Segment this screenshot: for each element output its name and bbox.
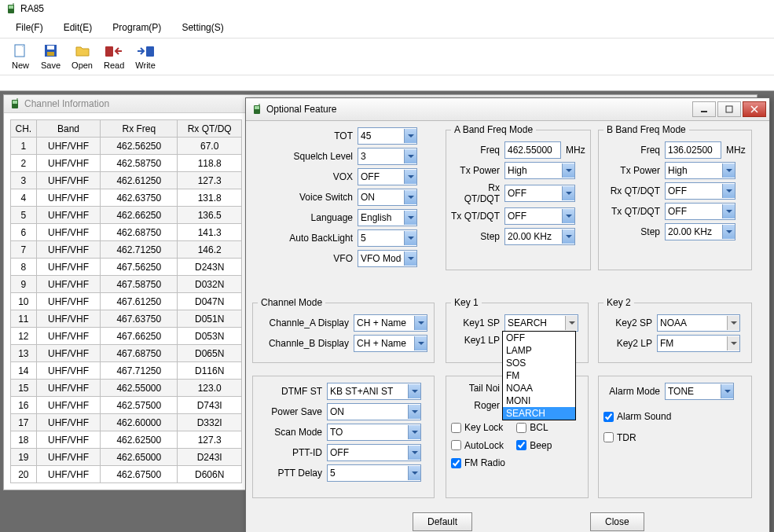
cell[interactable]: 467.56250 <box>101 259 178 276</box>
table-row[interactable]: 13UHF/VHF467.68750D065N <box>11 345 242 362</box>
col-band[interactable]: Band <box>36 120 101 138</box>
cell[interactable]: 15 <box>11 380 37 397</box>
cell[interactable]: D053N <box>178 328 242 345</box>
cell[interactable]: 2 <box>11 155 37 172</box>
cell[interactable]: UHF/VHF <box>36 241 101 259</box>
new-button[interactable]: New <box>6 42 35 72</box>
key1-sp-dropdown-list[interactable]: OFFLAMPSOSFMNOAAMONISEARCH <box>502 331 576 420</box>
a-freq-input[interactable] <box>504 141 561 159</box>
table-row[interactable]: 20UHF/VHF462.67500D606N <box>11 466 242 483</box>
cell[interactable]: 462.56250 <box>101 138 178 155</box>
cell[interactable]: D047N <box>178 293 242 310</box>
cell[interactable]: 5 <box>11 207 37 224</box>
cell[interactable]: UHF/VHF <box>36 293 101 310</box>
cell[interactable]: 9 <box>11 276 37 293</box>
table-row[interactable]: 3UHF/VHF462.61250127.3 <box>11 172 242 189</box>
cell[interactable]: 462.61250 <box>101 172 178 189</box>
close-window-button[interactable] <box>743 101 766 117</box>
tot-combo[interactable]: 45 <box>358 127 417 145</box>
cell[interactable]: 17 <box>11 414 37 431</box>
open-button[interactable]: Open <box>67 42 97 72</box>
cell[interactable]: 467.71250 <box>101 362 178 380</box>
cell[interactable]: 4 <box>11 189 37 207</box>
minimize-button[interactable] <box>692 101 716 117</box>
dropdown-option[interactable]: SEARCH <box>503 407 575 420</box>
dropdown-option[interactable]: LAMP <box>503 344 575 357</box>
cell[interactable]: 462.62500 <box>101 431 178 449</box>
cell[interactable]: 12 <box>11 328 37 345</box>
cell[interactable]: UHF/VHF <box>36 172 101 189</box>
cell[interactable]: 6 <box>11 224 37 241</box>
cell[interactable]: 18 <box>11 431 37 449</box>
table-row[interactable]: 18UHF/VHF462.62500127.3 <box>11 431 242 449</box>
cell[interactable]: 462.58750 <box>101 155 178 172</box>
cell[interactable]: 462.68750 <box>101 224 178 241</box>
cell[interactable]: D332I <box>178 414 242 431</box>
cell[interactable]: 123.0 <box>178 380 242 397</box>
write-button[interactable]: Write <box>130 42 160 72</box>
b-step-combo[interactable]: 20.00 KHz <box>665 223 735 240</box>
cell[interactable]: UHF/VHF <box>36 431 101 449</box>
table-row[interactable]: 11UHF/VHF467.63750D051N <box>11 310 242 328</box>
cell[interactable]: D032N <box>178 276 242 293</box>
autolock-checkbox[interactable]: AutoLock <box>451 440 514 451</box>
dropdown-option[interactable]: SOS <box>503 357 575 369</box>
key2-sp-combo[interactable]: NOAA <box>657 314 740 332</box>
table-row[interactable]: 5UHF/VHF462.66250136.5 <box>11 207 242 224</box>
cell[interactable]: UHF/VHF <box>36 138 101 155</box>
cell[interactable]: UHF/VHF <box>36 345 101 362</box>
cell[interactable]: UHF/VHF <box>36 414 101 431</box>
menu-setting[interactable]: Setting(S) <box>172 19 233 36</box>
cell[interactable]: 462.60000 <box>101 414 178 431</box>
b-txqt-combo[interactable]: OFF <box>665 203 735 220</box>
backlight-combo[interactable]: 5 <box>358 229 417 247</box>
power-save-combo[interactable]: ON <box>327 403 421 420</box>
cell[interactable]: D243N <box>178 259 242 276</box>
a-step-combo[interactable]: 20.00 KHz <box>504 228 575 245</box>
cell[interactable]: 141.3 <box>178 224 242 241</box>
ptt-delay-combo[interactable]: 5 <box>327 464 421 482</box>
cell[interactable]: 118.8 <box>178 155 242 172</box>
key1-sp-combo[interactable]: SEARCH <box>504 314 578 332</box>
cell[interactable]: 11 <box>11 310 37 328</box>
cell[interactable]: 467.58750 <box>101 276 178 293</box>
close-button[interactable]: Close <box>590 512 644 531</box>
cell[interactable]: 7 <box>11 241 37 259</box>
table-row[interactable]: 6UHF/VHF462.68750141.3 <box>11 224 242 241</box>
bcl-checkbox[interactable]: BCL <box>516 422 548 433</box>
cell[interactable]: D606N <box>178 466 242 483</box>
cell[interactable]: UHF/VHF <box>36 155 101 172</box>
cell[interactable]: UHF/VHF <box>36 362 101 380</box>
table-row[interactable]: 19UHF/VHF462.65000D243I <box>11 449 242 466</box>
dialog-titlebar[interactable]: Optional Feature <box>246 98 769 121</box>
language-combo[interactable]: English <box>358 209 417 226</box>
cell[interactable]: UHF/VHF <box>36 224 101 241</box>
col-rxqt[interactable]: Rx QT/DQ <box>178 120 242 138</box>
default-button[interactable]: Default <box>413 512 472 531</box>
table-row[interactable]: 12UHF/VHF467.66250D053N <box>11 328 242 345</box>
cell[interactable]: 467.68750 <box>101 345 178 362</box>
cell[interactable]: 467.66250 <box>101 328 178 345</box>
cell[interactable]: UHF/VHF <box>36 449 101 466</box>
chb-display-combo[interactable]: CH + Name <box>354 335 427 352</box>
cell[interactable]: 3 <box>11 172 37 189</box>
menu-file[interactable]: File(F) <box>6 19 53 36</box>
dropdown-option[interactable]: MONI <box>503 394 575 407</box>
cell[interactable]: UHF/VHF <box>36 328 101 345</box>
cell[interactable]: 462.55000 <box>101 380 178 397</box>
col-rxfreq[interactable]: Rx Freq <box>101 120 178 138</box>
table-row[interactable]: 14UHF/VHF467.71250D116N <box>11 362 242 380</box>
key2-lp-combo[interactable]: FM <box>657 335 740 352</box>
cell[interactable]: 16 <box>11 397 37 414</box>
dropdown-option[interactable]: FM <box>503 369 575 382</box>
squelch-combo[interactable]: 3 <box>358 148 417 165</box>
alarm-mode-combo[interactable]: TONE <box>665 383 734 400</box>
cell[interactable]: 10 <box>11 293 37 310</box>
fm-radio-checkbox[interactable]: FM Radio <box>451 457 505 468</box>
save-button[interactable]: Save <box>36 42 65 72</box>
a-rxqt-combo[interactable]: OFF <box>504 185 575 202</box>
cell[interactable]: 136.5 <box>178 207 242 224</box>
cell[interactable]: 462.67500 <box>101 466 178 483</box>
cell[interactable]: 1 <box>11 138 37 155</box>
cell[interactable]: 146.2 <box>178 241 242 259</box>
